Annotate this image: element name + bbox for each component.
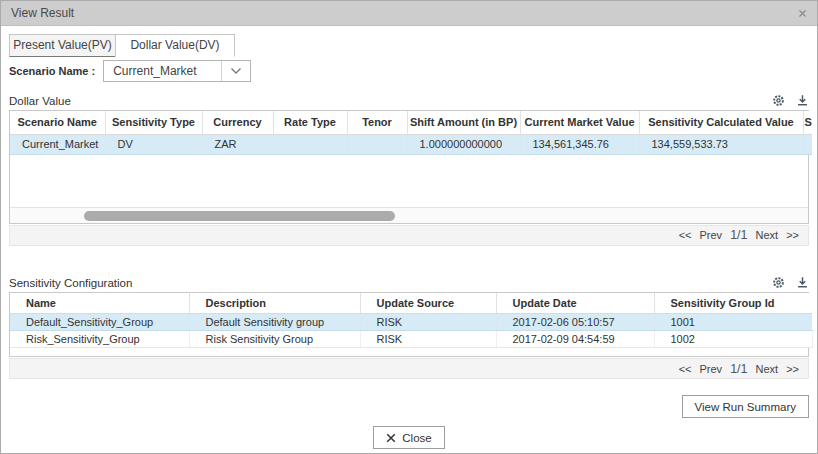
pager-page-indicator: 1/1 (730, 228, 747, 242)
column-header[interactable]: Description (189, 293, 360, 314)
column-header[interactable]: Currency (202, 111, 273, 134)
table-cell: 2017-02-06 05:10:57 (496, 314, 654, 331)
download-icon[interactable] (796, 94, 809, 107)
sensitivity-config-header-row: Name Description Update Source Update Da… (10, 293, 812, 314)
table-cell: ZAR (202, 134, 273, 154)
chevron-down-icon (221, 61, 250, 81)
scenario-name-select[interactable]: Current_Market (103, 60, 251, 82)
dollar-value-header-row: Scenario Name Sensitivity Type Currency … (10, 111, 812, 134)
pager-first-button[interactable]: << (679, 229, 692, 241)
column-header[interactable]: Sensitivity Group Id (654, 293, 812, 314)
pager-first-button[interactable]: << (679, 363, 692, 375)
table-row[interactable]: Current_Market DV ZAR 1.000000000000 134… (10, 134, 812, 154)
dialog-close-icon[interactable] (798, 9, 807, 18)
column-header[interactable]: Current Market Value (520, 111, 639, 134)
column-header[interactable]: Update Source (360, 293, 496, 314)
pager-next-button[interactable]: Next (756, 229, 779, 241)
pager-next-button[interactable]: Next (756, 363, 779, 375)
tab-dollar-value[interactable]: Dollar Value(DV) (115, 34, 235, 57)
scenario-row: Scenario Name : Current_Market (9, 60, 809, 82)
table-cell: 1002 (654, 331, 812, 348)
close-button[interactable]: Close (373, 426, 444, 449)
column-header[interactable]: S (803, 111, 812, 134)
dollar-value-grid: Scenario Name Sensitivity Type Currency … (9, 110, 809, 224)
gear-icon[interactable] (772, 94, 785, 107)
table-cell: RISK (360, 314, 496, 331)
sensitivity-config-pager: << Prev 1/1 Next >> (9, 358, 809, 379)
scenario-name-value: Current_Market (113, 64, 196, 78)
pager-prev-button[interactable]: Prev (700, 363, 723, 375)
x-icon (386, 433, 396, 443)
scrollbar-thumb[interactable] (84, 211, 395, 221)
result-tabs: Present Value(PV) Dollar Value(DV) (9, 34, 809, 57)
table-cell: Default Sensitivity group (189, 314, 360, 331)
grid-empty-area (10, 348, 808, 356)
dollar-value-title: Dollar Value (9, 95, 71, 107)
scenario-name-label: Scenario Name : (9, 65, 95, 77)
table-cell (347, 134, 407, 154)
table-row[interactable]: Risk_Sensitivity_Group Risk Sensitivity … (10, 331, 812, 348)
dialog-titlebar: View Result (1, 1, 817, 26)
sensitivity-config-section-head: Sensitivity Configuration (9, 274, 809, 289)
tab-present-value[interactable]: Present Value(PV) (9, 34, 116, 57)
view-run-summary-button[interactable]: View Run Summary (682, 395, 809, 418)
table-cell: 134,559,533.73 (639, 134, 803, 154)
table-cell: Current_Market (10, 134, 105, 154)
table-row[interactable]: Default_Sensitivity_Group Default Sensit… (10, 314, 812, 331)
dollar-value-section-head: Dollar Value (9, 92, 809, 107)
view-result-dialog: View Result Present Value(PV) Dollar Val… (0, 0, 818, 454)
pager-last-button[interactable]: >> (786, 229, 799, 241)
dialog-title: View Result (11, 6, 74, 20)
grid-empty-area (10, 155, 808, 207)
table-cell: 1.000000000000 (407, 134, 520, 154)
column-header[interactable]: Scenario Name (10, 111, 105, 134)
table-cell: Default_Sensitivity_Group (10, 314, 189, 331)
table-cell: 134,561,345.76 (520, 134, 639, 154)
close-button-label: Close (402, 432, 431, 444)
table-cell: RISK (360, 331, 496, 348)
table-cell: 1001 (654, 314, 812, 331)
gear-icon[interactable] (772, 276, 785, 289)
sensitivity-config-grid: Name Description Update Source Update Da… (9, 292, 809, 358)
table-cell: Risk Sensitivity Group (189, 331, 360, 348)
pager-last-button[interactable]: >> (786, 363, 799, 375)
column-header[interactable]: Tenor (347, 111, 407, 134)
table-cell: Risk_Sensitivity_Group (10, 331, 189, 348)
table-cell: 1 (803, 134, 812, 154)
pager-prev-button[interactable]: Prev (700, 229, 723, 241)
download-icon[interactable] (796, 276, 809, 289)
table-cell (273, 134, 347, 154)
sensitivity-config-title: Sensitivity Configuration (9, 277, 132, 289)
column-header[interactable]: Update Date (496, 293, 654, 314)
table-cell: DV (105, 134, 202, 154)
dollar-value-pager: << Prev 1/1 Next >> (9, 225, 809, 246)
view-run-summary-label: View Run Summary (695, 401, 796, 413)
column-header[interactable]: Shift Amount (in BP) (407, 111, 520, 134)
table-cell: 2017-02-09 04:54:59 (496, 331, 654, 348)
pager-page-indicator: 1/1 (730, 362, 747, 376)
column-header[interactable]: Rate Type (273, 111, 347, 134)
horizontal-scrollbar[interactable] (10, 207, 808, 223)
column-header[interactable]: Sensitivity Calculated Value (639, 111, 803, 134)
column-header[interactable]: Sensitivity Type (105, 111, 202, 134)
column-header[interactable]: Name (10, 293, 189, 314)
